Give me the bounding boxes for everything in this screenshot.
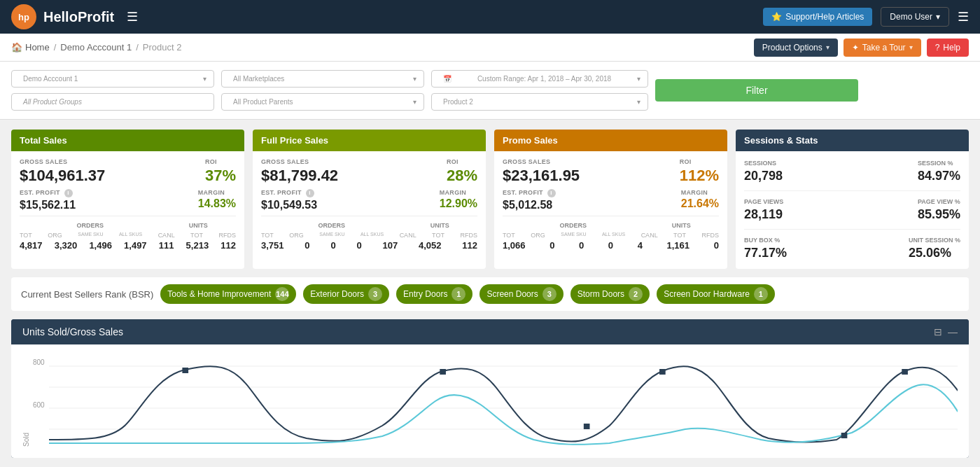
total-sales-title: Total Sales xyxy=(20,135,67,146)
full-price-sales-card: Full Price Sales GROSS SALES $81,799.42 … xyxy=(253,130,486,269)
take-tour-button[interactable]: ✦ Take a Tour ▾ xyxy=(844,39,921,57)
filters-mid: All Marketplaces ▾ All Product Parents ▾ xyxy=(221,70,424,111)
promo-all-lbl: ALL SKUS xyxy=(602,232,625,239)
chart-section: Units Sold/Gross Sales ⊟ — Sold 800 600 xyxy=(11,319,969,458)
bsr-badge-storm[interactable]: Storm Doors 2 xyxy=(570,284,650,304)
bsr-badge-screen[interactable]: Screen Doors 3 xyxy=(479,284,563,304)
sessions-count-value: 20,798 xyxy=(744,169,783,183)
bsr-label: Current Best Sellers Rank (BSR) xyxy=(21,289,153,300)
promo-gross-value: $23,161.95 xyxy=(503,167,580,185)
logo-circle: hp xyxy=(11,4,36,29)
full-price-header: Full Price Sales xyxy=(253,130,486,151)
star-icon: ⭐ xyxy=(771,12,782,22)
unit-session-label: UNIT SESSION % xyxy=(909,237,960,244)
tour-caret: ▾ xyxy=(909,43,913,51)
bsr-badge-hardware[interactable]: Screen Door Hardware 1 xyxy=(657,284,775,304)
fp-org-val: 0 xyxy=(304,240,309,251)
session-pct-label: SESSION % xyxy=(918,160,960,167)
product-parents-select[interactable]: All Product Parents ▾ xyxy=(221,93,424,111)
bsr-badge-tools[interactable]: Tools & Home Improvement 144 xyxy=(160,284,296,304)
total-same-val: 1,496 xyxy=(89,240,112,251)
fp-est-profit: EST. PROFIT i $10,549.53 xyxy=(261,189,317,211)
promo-roi-value: 112% xyxy=(680,167,719,185)
fp-rfds-val: 112 xyxy=(462,240,477,251)
account-select-caret: ▾ xyxy=(203,75,206,83)
chart-y-800: 800 xyxy=(33,358,45,366)
promo-canl-val: 4 xyxy=(638,240,643,251)
filter-btn-label: Filter xyxy=(746,85,767,96)
product-options-button[interactable]: Product Options ▾ xyxy=(754,39,838,57)
fp-utot-lbl: TOT xyxy=(432,232,444,239)
promo-roi: ROI 112% xyxy=(680,158,719,185)
total-gross-sales-label: GROSS SALES xyxy=(20,158,105,165)
buy-box: BUY BOX % 77.17% xyxy=(744,237,787,260)
total-canl-val: 111 xyxy=(159,240,174,251)
fp-org-lbl: ORG xyxy=(289,232,304,239)
total-all-val: 1,497 xyxy=(124,240,147,251)
help-button[interactable]: ? Help xyxy=(927,39,969,57)
chart-y-label: Sold xyxy=(22,356,30,447)
est-profit-info-icon[interactable]: i xyxy=(64,189,73,197)
home-label: Home xyxy=(25,42,50,53)
fp-gross-label: GROSS SALES xyxy=(261,158,338,165)
buy-box-value: 77.17% xyxy=(744,246,787,260)
fp-gross-sales: GROSS SALES $81,799.42 xyxy=(261,158,338,185)
product-options-label: Product Options xyxy=(762,43,822,53)
sessions-row-3: BUY BOX % 77.17% UNIT SESSION % 25.06% xyxy=(744,237,960,260)
promo-gross-label: GROSS SALES xyxy=(503,158,580,165)
chart-collapse-icon[interactable]: — xyxy=(948,326,958,337)
support-btn-label: Support/Help Articles xyxy=(785,12,864,22)
session-pct: SESSION % 84.97% xyxy=(918,160,960,183)
fp-utot-val: 4,052 xyxy=(419,240,442,251)
product-groups-placeholder: All Product Groups xyxy=(23,98,82,106)
bsr-screen-label: Screen Doors xyxy=(486,289,538,299)
hamburger-icon[interactable]: ☰ xyxy=(127,9,138,25)
promo-profit-info-icon[interactable]: i xyxy=(547,189,556,197)
more-menu-icon[interactable]: ☰ xyxy=(958,9,969,25)
fp-canl-val: 107 xyxy=(382,240,398,251)
bsr-storm-count: 2 xyxy=(629,287,643,301)
filter-button[interactable]: Filter xyxy=(655,79,858,102)
fp-roi-label: ROI xyxy=(447,158,477,165)
bsr-badge-exterior[interactable]: Exterior Doors 3 xyxy=(303,284,389,304)
unit-session-value: 25.06% xyxy=(909,246,960,260)
promo-est-profit: EST. PROFIT i $5,012.58 xyxy=(503,189,556,211)
full-price-row-2: EST. PROFIT i $10,549.53 MARGIN 12.90% xyxy=(261,189,477,211)
total-utot-lbl: TOT xyxy=(190,232,203,239)
demo-user-button[interactable]: Demo User ▾ xyxy=(881,7,949,27)
bsr-badge-entry[interactable]: Entry Doors 1 xyxy=(396,284,472,304)
page-view-pct: PAGE VIEW % 85.95% xyxy=(918,198,960,222)
support-help-button[interactable]: ⭐ Support/Help Articles xyxy=(763,8,872,26)
bsr-storm-label: Storm Doors xyxy=(578,289,624,299)
filters-right: 📅 Custom Range: Apr 1, 2018 – Apr 30, 20… xyxy=(431,70,648,111)
total-all-lbl: ALL SKUS xyxy=(119,232,142,239)
total-est-profit-label: EST. PROFIT i xyxy=(20,189,76,197)
date-range-caret: ▾ xyxy=(637,75,640,83)
marketplace-select[interactable]: All Marketplaces ▾ xyxy=(221,70,424,88)
bsr-hardware-label: Screen Door Hardware xyxy=(664,289,750,299)
logo-hello: Hello xyxy=(43,9,78,25)
user-caret-icon: ▾ xyxy=(936,12,940,22)
fp-ou-header: ORDERS UNITS xyxy=(261,222,477,229)
promo-ou-values: 1,066 0 0 0 4 1,161 0 xyxy=(503,240,719,251)
fp-profit-info-icon[interactable]: i xyxy=(306,189,314,197)
promo-org-lbl: ORG xyxy=(531,232,545,239)
fp-units-label: UNITS xyxy=(402,222,477,229)
promo-same-val: 0 xyxy=(579,240,584,251)
date-range-select[interactable]: 📅 Custom Range: Apr 1, 2018 – Apr 30, 20… xyxy=(431,70,648,88)
promo-profit-label: EST. PROFIT i xyxy=(503,189,556,197)
chart-minimize-icon[interactable]: ⊟ xyxy=(934,326,942,337)
account-select[interactable]: Demo Acccount 1 ▾ xyxy=(11,70,214,88)
promo-ou-sublabels: TOT ORG SAME SKU ALL SKUS CANL TOT RFDS xyxy=(503,232,719,239)
product-groups-select[interactable]: All Product Groups xyxy=(11,93,214,111)
chart-svg xyxy=(49,356,958,447)
account-link[interactable]: Demo Acccount 1 xyxy=(60,42,132,53)
product-2-select[interactable]: Product 2 ▾ xyxy=(431,93,648,111)
product-options-caret: ▾ xyxy=(826,43,830,51)
chart-canvas xyxy=(49,356,958,447)
calendar-icon: 📅 xyxy=(443,75,451,83)
promo-margin-label: MARGIN xyxy=(681,189,719,196)
bsr-entry-count: 1 xyxy=(451,287,465,301)
total-sales-body: GROSS SALES $104,961.37 ROI 37% EST. PRO… xyxy=(11,151,244,258)
home-link[interactable]: 🏠 Home xyxy=(11,42,50,53)
